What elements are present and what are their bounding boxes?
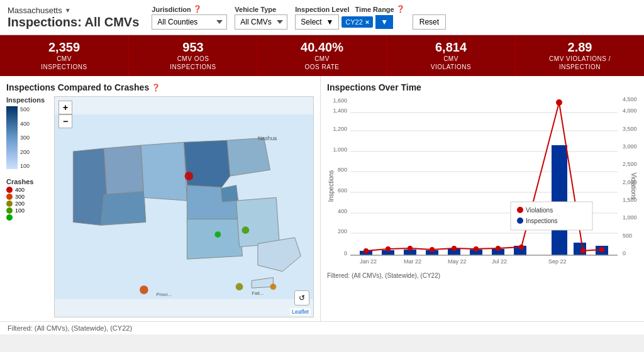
stat-cmv-inspections: 2,359 CMVINSPECTIONS [0,35,129,76]
svg-text:2,000: 2,000 [623,179,637,185]
violation-dot-nov22 [599,247,604,252]
svg-text:1,400: 1,400 [333,107,347,114]
violation-dot-apr22 [430,247,435,252]
svg-rect-51 [511,202,592,230]
crash-dot-100: 100 [6,207,50,214]
violation-dot-mar22 [408,246,413,251]
crash-dot-worcester [184,172,193,180]
svg-marker-6 [227,138,270,176]
svg-text:3,500: 3,500 [623,126,637,132]
violation-dot-aug22 [519,245,524,250]
crashes-legend-title: Crashes [6,178,50,185]
page-footer: Filtered: (All CMVs), (Statewide), (CY22… [0,321,644,334]
chart-title: Inspections Over Time [327,82,638,92]
svg-text:1,500: 1,500 [623,197,637,203]
svg-text:4,000: 4,000 [623,107,637,114]
svg-marker-7 [221,185,238,202]
state-dropdown-arrow[interactable]: ▼ [65,7,71,14]
time-range-expand-button[interactable]: ▼ [375,15,393,29]
svg-text:1,000: 1,000 [333,146,347,153]
svg-text:Inspections: Inspections [526,217,558,224]
stat-cmv-oos-rate-value: 40.40% [260,40,384,55]
zoom-in-button[interactable]: + [58,101,72,114]
vehicle-type-filter: Vehicle Type All CMVs [235,6,287,30]
legend-gradient [6,106,18,169]
jurisdiction-filter: Jurisdiction ❓ All Counties [152,5,227,30]
map-help-icon[interactable]: ❓ [152,84,160,92]
map-attribution[interactable]: Leaflet [290,308,311,316]
zoom-out-button[interactable]: − [58,114,72,128]
crash-dot-sw [140,285,148,294]
svg-text:3,000: 3,000 [623,143,637,150]
stat-cmv-vpi-label: CMV VIOLATIONS /INSPECTION [518,55,641,71]
vehicle-type-select[interactable]: All CMVs [235,14,287,30]
svg-text:Jul 22: Jul 22 [492,258,507,265]
chart-area: Inspections Violations 0 200 400 600 800… [327,95,638,271]
stat-cmv-inspections-label: CMVINSPECTIONS [3,55,126,71]
time-range-filter: Inspection Level Time Range ❓ Select ▼ C… [295,5,404,30]
violation-dot-feb22 [386,246,391,251]
stat-cmv-oos-rate-label: CMVOOS RATE [260,55,384,71]
svg-point-52 [517,207,523,213]
inspection-level-select[interactable]: Select ▼ [295,14,339,30]
bar-sep22 [552,145,567,255]
page-header: Massachusetts ▼ Inspections: All CMVs Ju… [0,0,644,35]
svg-point-54 [517,217,523,224]
time-range-help-icon[interactable]: ❓ [396,5,405,13]
violation-dot-jul22 [496,246,501,251]
svg-text:Violations: Violations [526,207,553,214]
svg-text:500: 500 [623,233,632,239]
filters-area: Jurisdiction ❓ All Counties Vehicle Type… [152,5,636,30]
svg-text:0: 0 [623,250,626,256]
map-legend: Inspections 500 400 300 200 100 Crashes [6,96,50,317]
svg-text:200: 200 [338,228,347,234]
crash-dot-green2 [214,231,221,238]
map-refresh-button[interactable]: ↺ [294,290,309,305]
svg-text:2,500: 2,500 [623,161,637,167]
map-area[interactable]: + − [54,96,314,317]
svg-text:Provi...: Provi... [156,292,171,297]
svg-text:Jan 22: Jan 22 [360,258,377,265]
reset-button[interactable]: Reset [413,14,446,30]
svg-text:1,600: 1,600 [333,97,347,104]
crash-dot-0 [6,214,50,221]
jurisdiction-label: Jurisdiction ❓ [152,5,227,13]
svg-text:0: 0 [344,250,347,256]
crash-dot-cape1 [270,283,277,290]
jurisdiction-select[interactable]: All Counties [152,14,227,30]
crash-dot-200: 200 [6,201,50,207]
crash-dot-icon [6,187,13,193]
right-panel: Inspections Over Time Inspections Violat… [321,76,644,321]
crash-dot-icon [6,201,13,207]
state-label: Massachusetts [8,6,62,15]
svg-text:800: 800 [338,167,347,173]
map-svg: Nashua Provi... Fall... [55,97,313,317]
cy22-remove-icon[interactable]: × [365,18,369,26]
title-area: Massachusetts ▼ Inspections: All CMVs [8,6,139,30]
cy22-tag[interactable]: CY22 × [341,16,373,28]
map-zoom-controls: + − [58,101,72,128]
stat-cmv-violations-label: CMVVIOLATIONS [389,55,513,71]
time-range-label: Inspection Level Time Range ❓ [295,5,404,13]
svg-marker-4 [141,142,187,201]
crash-dot-300: 300 [6,194,50,200]
violation-dot-may22 [452,246,457,251]
select-arrow-icon: ▼ [326,18,333,26]
stat-cmv-violations-per-inspection: 2.89 CMV VIOLATIONS /INSPECTION [516,35,644,76]
svg-text:Mar 22: Mar 22 [404,258,421,265]
violation-dot-jan22 [364,248,369,253]
crash-dot-icon [6,214,13,221]
stat-cmv-violations-value: 6,814 [389,40,513,55]
stat-cmv-violations: 6,814 CMVVIOLATIONS [387,35,516,76]
crash-legend: Crashes 400 300 200 100 [6,178,50,221]
vehicle-type-label: Vehicle Type [235,6,287,13]
stat-cmv-inspections-value: 2,359 [3,40,126,55]
svg-text:Violations: Violations [630,172,637,199]
stat-cmv-oos-inspections-label: CMV OOSINSPECTIONS [131,55,255,71]
page-title: Inspections: All CMVs [8,15,139,30]
svg-text:4,500: 4,500 [623,96,637,102]
svg-text:Sep 22: Sep 22 [548,258,567,265]
footer-filter-text: Filtered: (All CMVs), (Statewide), (CY22… [8,324,132,332]
jurisdiction-help-icon[interactable]: ❓ [193,5,202,13]
stat-cmv-oos-inspections-value: 953 [131,40,255,55]
